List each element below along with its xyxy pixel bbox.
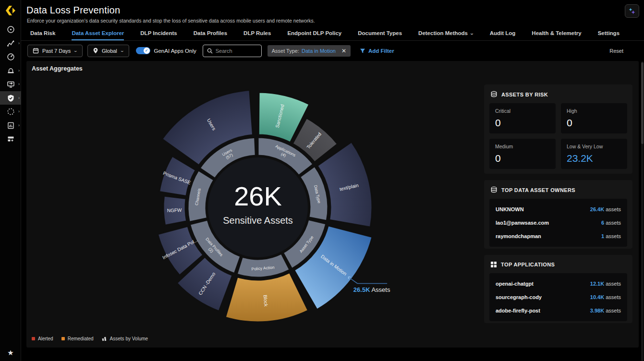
time-range-dropdown[interactable]: Past 7 Days ⌄ xyxy=(27,45,83,57)
search-input[interactable] xyxy=(216,48,256,54)
toggle-label: GenAI Apps Only xyxy=(154,48,196,54)
nav-dashboard-gauge-icon[interactable] xyxy=(0,50,21,63)
legend-remediated: Remediated xyxy=(61,336,94,341)
sunburst-chart: Applications(4)SanctionedToleratedData T… xyxy=(123,73,392,342)
tab-data-risk[interactable]: Data Risk xyxy=(30,27,55,40)
callout-line xyxy=(349,277,387,283)
grid-icon xyxy=(490,261,497,268)
tab-dlp-rules[interactable]: DLP Rules xyxy=(243,27,271,40)
page-header: Data Loss Prevention Enforce your organi… xyxy=(21,0,644,27)
risk-tile-medium[interactable]: Medium 0 xyxy=(489,139,556,169)
center-value: 26K xyxy=(234,181,282,211)
tab-data-asset-explorer[interactable]: Data Asset Explorer xyxy=(72,27,124,40)
database-icon xyxy=(490,186,498,193)
risk-tile-high[interactable]: High 0 xyxy=(561,103,627,133)
wedge-label: Block xyxy=(263,295,269,307)
location-pin-icon xyxy=(93,48,98,54)
database-icon xyxy=(490,91,498,98)
brand-logo[interactable] xyxy=(4,4,17,17)
nav-reports-icon[interactable]: › xyxy=(0,119,21,132)
application-row[interactable]: adobe-firefly-post 3.98K assets xyxy=(496,305,621,316)
callout-label: 26.5K Assets xyxy=(353,286,390,293)
genai-apps-toggle[interactable]: ✓ GenAI Apps Only xyxy=(136,47,196,54)
risk-tile-low[interactable]: Low & Very Low 23.2K xyxy=(561,139,627,169)
nav-ai-access-icon[interactable]: › xyxy=(0,105,21,118)
chevron-down-icon: ⌄ xyxy=(120,48,124,53)
toggle-check-icon: ✓ xyxy=(144,48,150,54)
panel-heading: Asset Aggregates xyxy=(32,65,83,72)
search-box[interactable] xyxy=(203,45,262,57)
favorites-star-icon[interactable]: ★ xyxy=(0,349,21,357)
ai-sparkles-icon xyxy=(628,7,636,15)
page-subtitle: Enforce your organization's data securit… xyxy=(27,18,315,24)
scrollbar-thumb[interactable] xyxy=(641,62,644,144)
top-applications-card: TOP APPLICATIONS openai-chatgpt 12.1K as… xyxy=(484,255,632,323)
legend-swatch xyxy=(61,337,65,340)
chevron-down-icon: ⌄ xyxy=(73,48,78,53)
reset-button[interactable]: Reset xyxy=(609,48,623,54)
close-icon[interactable]: ✕ xyxy=(341,48,346,54)
nav-activity-route-icon[interactable]: › xyxy=(0,36,21,50)
right-summary-column: ASSETS BY RISK Critical 0 High 0 Medium … xyxy=(484,84,632,329)
chart-legend: Alerted Remediated Assets by Volume xyxy=(32,336,148,341)
bar-chart-icon xyxy=(102,336,107,341)
card-title: ASSETS BY RISK xyxy=(501,92,548,97)
risk-tile-critical[interactable]: Critical 0 xyxy=(489,103,556,133)
ai-copilot-button[interactable] xyxy=(625,4,639,18)
nav-incident-siren-icon[interactable]: › xyxy=(0,64,21,77)
chevron-right-icon: › xyxy=(18,82,20,86)
tab-dlp-incidents[interactable]: DLP Incidents xyxy=(140,27,177,40)
chevron-right-icon: › xyxy=(18,96,20,100)
tab-settings[interactable]: Settings xyxy=(598,27,620,40)
top-data-asset-owners-card: TOP DATA ASSET OWNERS UNKNOWN 26.4K asse… xyxy=(484,180,632,249)
page-title: Data Loss Prevention xyxy=(26,5,120,16)
legend-alerted: Alerted xyxy=(32,336,53,341)
legend-assets-by-volume: Assets by Volume xyxy=(102,336,148,341)
tab-endpoint-dlp-policy[interactable]: Endpoint DLP Policy xyxy=(287,27,341,40)
card-title: TOP DATA ASSET OWNERS xyxy=(501,187,575,193)
scope-dropdown[interactable]: Global ⌄ xyxy=(87,45,129,57)
vertical-scrollbar[interactable] xyxy=(641,61,644,361)
chevron-right-icon: › xyxy=(18,41,20,46)
tab-data-profiles[interactable]: Data Profiles xyxy=(194,27,227,40)
tab-audit-log[interactable]: Audit Log xyxy=(490,27,516,40)
filter-chip-asset-type[interactable]: Asset Type: Data in Motion ✕ xyxy=(267,45,351,57)
nav-radar-icon[interactable] xyxy=(0,23,21,36)
wedge-label: NGFW xyxy=(167,207,182,213)
card-title: TOP APPLICATIONS xyxy=(501,262,555,267)
chevron-right-icon: › xyxy=(18,109,20,114)
tab-detection-methods[interactable]: Detection Methods⌄ xyxy=(418,27,474,40)
filter-bar: Past 7 Days ⌄ Global ⌄ ✓ GenAI Apps Only… xyxy=(21,41,644,60)
tab-health-telemetry[interactable]: Health & Telemetry xyxy=(532,27,581,40)
legend-swatch xyxy=(32,337,35,340)
funnel-icon xyxy=(360,48,365,54)
calendar-icon xyxy=(33,48,39,54)
nav-network-monitor-icon[interactable]: › xyxy=(0,77,21,91)
search-icon xyxy=(207,48,213,54)
tab-bar: Data Risk Data Asset Explorer DLP Incide… xyxy=(21,27,644,41)
owner-row[interactable]: lao1@panwsase.com 6 assets xyxy=(496,217,621,229)
assets-by-risk-card: ASSETS BY RISK Critical 0 High 0 Medium … xyxy=(484,84,632,174)
chevron-down-icon: ⌄ xyxy=(470,31,474,36)
owner-row[interactable]: raymondchapman 1 assets xyxy=(496,230,621,242)
add-filter-button[interactable]: Add Filter xyxy=(360,48,394,54)
left-nav-rail: › › › › › › ★ xyxy=(0,0,21,361)
nav-security-shield-icon[interactable]: › xyxy=(0,91,21,105)
chevron-right-icon: › xyxy=(18,123,20,128)
center-label: Sensitive Assets xyxy=(223,215,293,226)
tab-document-types[interactable]: Document Types xyxy=(358,27,402,40)
application-row[interactable]: openai-chatgpt 12.1K assets xyxy=(496,278,621,289)
application-row[interactable]: sourcegraph-cody 10.4K assets xyxy=(496,291,621,303)
chevron-right-icon: › xyxy=(18,68,20,73)
nav-manage-grid-icon[interactable] xyxy=(0,132,21,145)
asset-aggregates-panel: Asset Aggregates Applications(4)Sanction… xyxy=(26,61,639,348)
toggle-switch-on: ✓ xyxy=(136,47,150,54)
owner-row[interactable]: UNKNOWN 26.4K assets xyxy=(496,204,621,215)
